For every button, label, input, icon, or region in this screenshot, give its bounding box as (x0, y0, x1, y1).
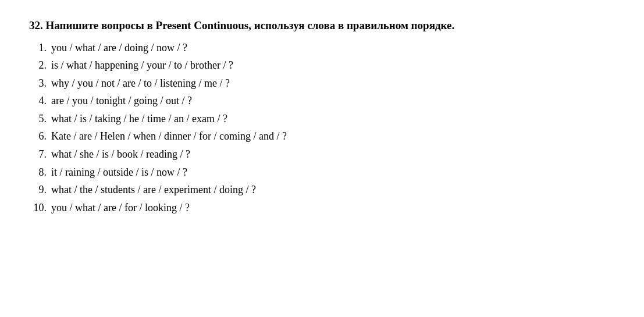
list-item: 10.you / what / are / for / looking / ? (29, 199, 615, 217)
list-item: 7.what / she / is / book / reading / ? (29, 145, 615, 163)
task-title: 32. Напишите вопросы в Present Continuou… (29, 17, 615, 34)
item-number: 2. (29, 56, 51, 74)
task-instruction: Напишите вопросы в Present Continuous, и… (46, 19, 455, 31)
item-text: what / is / taking / he / time / an / ex… (51, 110, 227, 128)
item-text: is / what / happening / your / to / brot… (51, 56, 233, 74)
page: 32. Напишите вопросы в Present Continuou… (0, 0, 644, 317)
item-number: 7. (29, 145, 51, 163)
item-number: 10. (29, 199, 51, 217)
item-text: you / what / are / doing / now / ? (51, 39, 187, 57)
list-item: 3.why / you / not / are / to / listening… (29, 74, 615, 92)
item-text: are / you / tonight / going / out / ? (51, 92, 192, 110)
item-text: Kate / are / Helen / when / dinner / for… (51, 127, 287, 145)
list-item: 6.Kate / are / Helen / when / dinner / f… (29, 127, 615, 145)
exercise-list: 1.you / what / are / doing / now / ?2.is… (29, 39, 615, 217)
task-number: 32. (29, 19, 43, 31)
item-text: what / the / students / are / experiment… (51, 181, 256, 199)
list-item: 1.you / what / are / doing / now / ? (29, 39, 615, 57)
item-number: 8. (29, 163, 51, 181)
item-text: it / raining / outside / is / now / ? (51, 163, 187, 181)
list-item: 9.what / the / students / are / experime… (29, 181, 615, 199)
list-item: 2.is / what / happening / your / to / br… (29, 56, 615, 74)
item-number: 1. (29, 39, 51, 57)
item-number: 5. (29, 110, 51, 128)
item-number: 4. (29, 92, 51, 110)
item-number: 9. (29, 181, 51, 199)
list-item: 8.it / raining / outside / is / now / ? (29, 163, 615, 181)
list-item: 4.are / you / tonight / going / out / ? (29, 92, 615, 110)
item-number: 6. (29, 127, 51, 145)
item-text: what / she / is / book / reading / ? (51, 145, 190, 163)
item-text: why / you / not / are / to / listening /… (51, 74, 230, 92)
item-number: 3. (29, 74, 51, 92)
item-text: you / what / are / for / looking / ? (51, 199, 190, 217)
list-item: 5.what / is / taking / he / time / an / … (29, 110, 615, 128)
